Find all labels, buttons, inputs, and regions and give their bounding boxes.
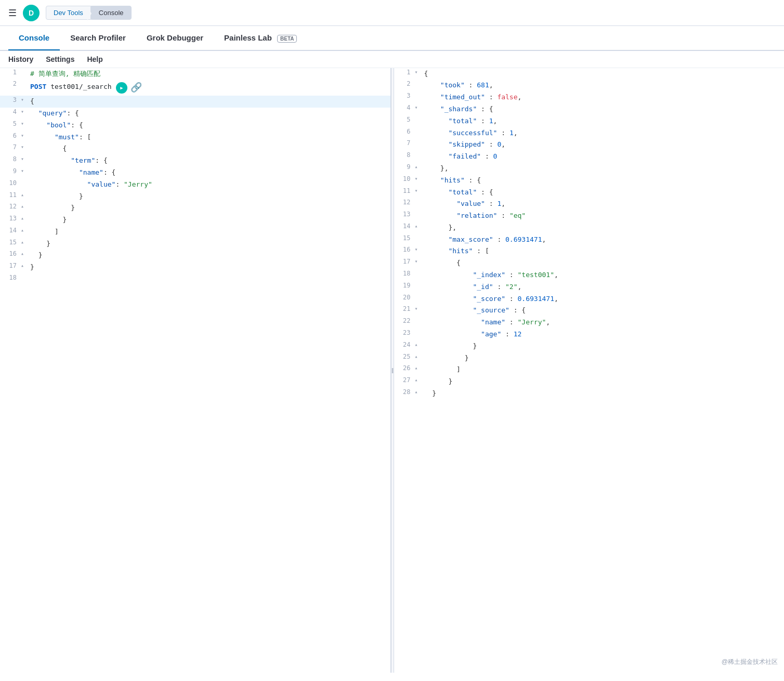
result-line-7: 7 "skipped" : 0, [394,139,785,151]
watermark: @稀土掘金技术社区 [722,658,778,666]
avatar: D [23,5,40,21]
editor-line-17: 17 ▴ } [0,261,390,273]
result-line-27: 27 ▴ } [394,376,785,388]
editor-line-7: 7 ▾ { [0,143,390,155]
editor-line-2: 2 POST test001/_search🔗 [0,80,390,96]
editor-line-15: 15 ▴ } [0,238,390,250]
result-line-2: 2 "took" : 681, [394,80,785,91]
breadcrumb-console[interactable]: Console [91,6,132,20]
editor-line-13: 13 ▴ } [0,214,390,226]
hamburger-icon[interactable]: ☰ [8,7,17,19]
editor-line-18: 18 [0,273,390,285]
result-pane[interactable]: 1 ▾ { 2 "took" : 681, 3 "timed_out" : fa… [394,68,785,673]
tab-console[interactable]: Console [8,26,60,50]
help-button[interactable]: Help [87,55,102,63]
result-line-8: 8 "failed" : 0 [394,151,785,163]
result-line-14: 14 ▴ }, [394,222,785,234]
editor-line-8: 8 ▾ "term": { [0,155,390,167]
result-line-19: 19 "_id" : "2", [394,281,785,293]
result-line-28: 28 ▴ } [394,388,785,400]
breadcrumb: Dev Tools Console [46,6,132,20]
result-line-9: 9 ▴ }, [394,163,785,175]
editor-line-12: 12 ▴ } [0,202,390,214]
run-button[interactable] [116,82,127,94]
editor-line-11: 11 ▴ } [0,191,390,203]
result-line-12: 12 "value" : 1, [394,198,785,210]
editor-line-14: 14 ▴ ] [0,226,390,238]
result-line-4: 4 ▾ "_shards" : { [394,103,785,115]
tab-grok-debugger[interactable]: Grok Debugger [136,26,214,50]
editor-line-10: 10 "value": "Jerry" [0,179,390,191]
result-line-5: 5 "total" : 1, [394,115,785,127]
result-line-15: 15 "max_score" : 0.6931471, [394,234,785,246]
result-line-25: 25 ▴ } [394,352,785,364]
result-line-17: 17 ▾ { [394,257,785,269]
tab-search-profiler[interactable]: Search Profiler [60,26,136,50]
result-line-18: 18 "_index" : "test001", [394,269,785,281]
settings-button[interactable]: Settings [46,55,74,63]
editor-line-1: 1 # 简单查询, 精确匹配 [0,68,390,80]
editor-line-16: 16 ▴ } [0,250,390,261]
result-line-22: 22 "name" : "Jerry", [394,317,785,329]
result-line-20: 20 "_score" : 0.6931471, [394,293,785,305]
editor-code-area: 1 # 简单查询, 精确匹配 2 POST test001/_search🔗 3… [0,68,390,285]
top-bar: ☰ D Dev Tools Console [0,0,784,26]
result-line-23: 23 "age" : 12 [394,329,785,340]
tab-painless-lab[interactable]: Painless Lab BETA [214,26,307,51]
editor-line-6: 6 ▾ "must": [ [0,132,390,143]
tab-bar: Console Search Profiler Grok Debugger Pa… [0,26,784,51]
copy-button[interactable]: 🔗 [130,80,142,95]
editor-line-3: 3 ▾ { [0,96,390,108]
result-line-1: 1 ▾ { [394,68,785,80]
result-line-13: 13 "relation" : "eq" [394,210,785,222]
editor-line-4: 4 ▾ "query": { [0,108,390,120]
beta-badge: BETA [277,35,297,43]
result-line-3: 3 "timed_out" : false, [394,91,785,103]
secondary-toolbar: History Settings Help [0,51,784,68]
result-line-24: 24 ▴ } [394,340,785,352]
result-line-16: 16 ▾ "hits" : [ [394,245,785,257]
result-code-area: 1 ▾ { 2 "took" : 681, 3 "timed_out" : fa… [394,68,785,400]
editor-line-5: 5 ▾ "bool": { [0,120,390,132]
main-content: 1 # 简单查询, 精确匹配 2 POST test001/_search🔗 3… [0,68,784,673]
result-line-11: 11 ▾ "total" : { [394,187,785,199]
result-line-10: 10 ▾ "hits" : { [394,175,785,187]
result-line-26: 26 ▴ ] [394,364,785,376]
editor-line-9: 9 ▾ "name": { [0,167,390,179]
result-line-21: 21 ▾ "_source" : { [394,305,785,317]
history-button[interactable]: History [8,55,33,63]
result-line-6: 6 "successful" : 1, [394,127,785,139]
breadcrumb-devtools[interactable]: Dev Tools [46,6,91,20]
editor-pane[interactable]: 1 # 简单查询, 精确匹配 2 POST test001/_search🔗 3… [0,68,391,673]
